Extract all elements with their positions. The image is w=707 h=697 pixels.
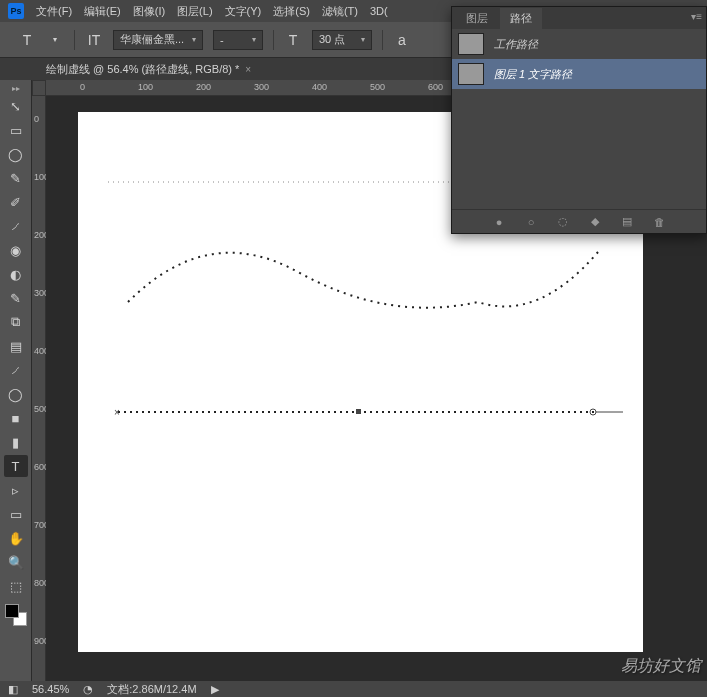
path-thumbnail [458, 33, 484, 55]
font-size-dropdown[interactable]: 30 点▾ [312, 30, 372, 50]
crop-tool[interactable]: ✐ [4, 191, 28, 213]
pen-tool[interactable]: ▮ [4, 431, 28, 453]
path-anchor-icon [356, 409, 361, 414]
document-tab[interactable]: 绘制虚线 @ 56.4% (路径虚线, RGB/8) * × [38, 59, 259, 80]
menu-file[interactable]: 文件(F) [36, 4, 72, 19]
app-logo: Ps [8, 3, 24, 19]
hand-tool[interactable]: ✋ [4, 527, 28, 549]
type-tool[interactable]: T [4, 455, 28, 477]
ruler-origin[interactable] [32, 80, 46, 96]
eyedropper-tool[interactable]: ⟋ [4, 215, 28, 237]
document-info[interactable]: 文档:2.86M/12.4M [107, 682, 196, 697]
info-arrow-icon[interactable]: ▶ [211, 683, 219, 696]
document-title: 绘制虚线 @ 56.4% (路径虚线, RGB/8) * [46, 62, 239, 77]
path-row[interactable]: 图层 1 文字路径 [452, 59, 706, 89]
new-path-icon[interactable]: ▤ [620, 215, 634, 229]
zoom-level[interactable]: 56.45% [32, 683, 69, 695]
divider [74, 30, 75, 50]
history-brush-tool[interactable]: ⧉ [4, 311, 28, 333]
status-bar: ◧ 56.45% ◔ 文档:2.86M/12.4M ▶ [0, 681, 707, 697]
selection-to-path-icon[interactable]: ◆ [588, 215, 602, 229]
wave-dotted-path [128, 252, 598, 308]
font-size-icon: T [284, 31, 302, 49]
path-select-tool[interactable]: ▹ [4, 479, 28, 501]
vertical-ruler[interactable]: 0 100 200 300 400 500 600 700 800 900 [32, 96, 46, 681]
watermark: 易坊好文馆 [621, 656, 701, 677]
brush-tool[interactable]: ◐ [4, 263, 28, 285]
panel-menu-icon[interactable]: ▾≡ [691, 11, 702, 22]
delete-path-icon[interactable]: 🗑 [652, 215, 666, 229]
path-thumbnail [458, 63, 484, 85]
paths-panel: 图层 路径 ▾≡ 工作路径 图层 1 文字路径 ● ○ ◌ ◆ ▤ 🗑 [451, 6, 707, 234]
eraser-tool[interactable]: ▤ [4, 335, 28, 357]
divider [273, 30, 274, 50]
fill-path-icon[interactable]: ● [492, 215, 506, 229]
wand-tool[interactable]: ✎ [4, 167, 28, 189]
menu-type[interactable]: 文字(Y) [225, 4, 262, 19]
shape-tool[interactable]: ▭ [4, 503, 28, 525]
path-name: 工作路径 [494, 37, 538, 52]
lasso-tool[interactable]: ◯ [4, 143, 28, 165]
zoom-tool[interactable]: 🔍 [4, 551, 28, 573]
close-tab-icon[interactable]: × [245, 64, 251, 75]
dodge-tool[interactable]: ■ [4, 407, 28, 429]
menu-image[interactable]: 图像(I) [133, 4, 165, 19]
navigator-icon[interactable]: ◧ [8, 683, 18, 696]
divider [382, 30, 383, 50]
text-tool-icon[interactable]: T [18, 31, 36, 49]
panel-tab-bar: 图层 路径 ▾≡ [452, 7, 706, 29]
blur-tool[interactable]: ◯ [4, 383, 28, 405]
antialias-label: a [393, 31, 411, 49]
menu-filter[interactable]: 滤镜(T) [322, 4, 358, 19]
path-name: 图层 1 文字路径 [494, 67, 572, 82]
font-style-dropdown[interactable]: -▾ [213, 30, 263, 50]
menu-layer[interactable]: 图层(L) [177, 4, 212, 19]
tab-layers[interactable]: 图层 [456, 8, 498, 29]
menu-select[interactable]: 选择(S) [273, 4, 310, 19]
marquee-tool[interactable]: ▭ [4, 119, 28, 141]
tool-preset-arrow-icon[interactable]: ▾ [46, 31, 64, 49]
path-row[interactable]: 工作路径 [452, 29, 706, 59]
menu-3d[interactable]: 3D( [370, 5, 388, 17]
stamp-tool[interactable]: ✎ [4, 287, 28, 309]
panel-footer: ● ○ ◌ ◆ ▤ 🗑 [452, 209, 706, 233]
tab-paths[interactable]: 路径 [500, 8, 542, 29]
edit-toolbar[interactable]: ⬚ [4, 575, 28, 597]
foreground-color[interactable] [5, 604, 19, 618]
text-orient-icon[interactable]: IT [85, 31, 103, 49]
path-to-selection-icon[interactable]: ◌ [556, 215, 570, 229]
menu-edit[interactable]: 编辑(E) [84, 4, 121, 19]
move-tool[interactable]: ⤡ [4, 95, 28, 117]
color-swatch[interactable] [5, 604, 27, 626]
font-family-dropdown[interactable]: 华康俪金黑...▾ [113, 30, 203, 50]
timeline-icon[interactable]: ◔ [83, 683, 93, 696]
gradient-tool[interactable]: ⟋ [4, 359, 28, 381]
paths-list: 工作路径 图层 1 文字路径 [452, 29, 706, 209]
healing-tool[interactable]: ◉ [4, 239, 28, 261]
toolbox-expand-icon[interactable]: ▸▸ [12, 84, 20, 94]
toolbox: ▸▸ ⤡ ▭ ◯ ✎ ✐ ⟋ ◉ ◐ ✎ ⧉ ▤ ⟋ ◯ ■ ▮ T ▹ ▭ ✋… [0, 80, 32, 681]
path-anchor-icon: × [114, 407, 120, 418]
stroke-path-icon[interactable]: ○ [524, 215, 538, 229]
